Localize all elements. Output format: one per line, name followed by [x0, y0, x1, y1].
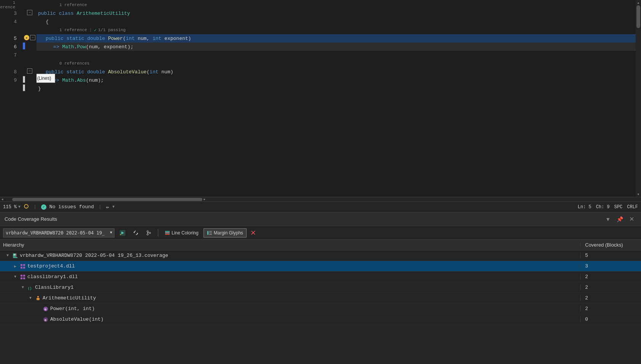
code-line-7: [37, 51, 641, 59]
scroll-down-arrow[interactable]: ▼: [636, 191, 641, 197]
svg-rect-13: [165, 233, 170, 233]
table-row[interactable]: ▶ ⊕ AbsoluteValue(int) 0: [0, 314, 641, 325]
not-covered-tooltip: Not Covered (Lines): [37, 74, 55, 83]
panel-dropdown-btn[interactable]: ▼: [603, 215, 613, 223]
gutter-5[interactable]: ★ −: [23, 33, 37, 42]
gutter-8[interactable]: −: [23, 67, 37, 75]
row-hierarchy-classlibrary1[interactable]: ▼ classlibrary1.dll: [0, 274, 580, 280]
code-line-3: public class ArithemeticUtility: [37, 9, 641, 17]
line-num-6: 6: [0, 43, 20, 51]
line-coloring-btn[interactable]: Line Coloring: [162, 228, 201, 237]
row-hierarchy-power[interactable]: ▶ ⊕ Power(int, int): [0, 306, 580, 312]
row-label-namespace: ClassLibrary1: [35, 285, 73, 290]
row-hierarchy-root[interactable]: ▼ vrbhardw_VRBHARDW8720 2022-05-04 19_26…: [0, 253, 580, 259]
gutter-6: [23, 42, 37, 50]
clear-results-btn[interactable]: ✕: [249, 228, 258, 238]
row-hierarchy-class[interactable]: ▼ ArithemeticUtility: [0, 295, 580, 301]
scroll-thumb[interactable]: [636, 5, 640, 28]
expand-testproject[interactable]: ▶: [12, 263, 18, 269]
panel-close-btn[interactable]: ✕: [627, 215, 636, 223]
refresh-btn[interactable]: [130, 228, 141, 237]
method-uncovered-icon: ⊕: [43, 317, 49, 323]
svg-rect-17: [209, 233, 212, 233]
horiz-thumb[interactable]: [12, 198, 202, 201]
table-row[interactable]: ▼ ArithemeticUtility 2: [0, 293, 641, 304]
svg-rect-31: [23, 277, 25, 279]
code-content: 1 reference public class ArithemeticUtil…: [37, 0, 641, 197]
panel-pin-btn[interactable]: 📌: [614, 215, 625, 223]
table-row[interactable]: ▶ ⊕ Power(int, int) 2: [0, 304, 641, 314]
row-hierarchy-testproject[interactable]: ▶ testproject4.dll: [0, 263, 580, 269]
th-covered: Covered (Blocks): [580, 242, 641, 248]
toolbar-dropdown-icon[interactable]: ▼: [112, 205, 115, 209]
row-label-classlibrary1: classlibrary1.dll: [27, 274, 78, 280]
gutter-close: [23, 84, 37, 92]
expand-root[interactable]: ▼: [5, 253, 11, 259]
svg-rect-25: [23, 264, 25, 266]
namespace-icon: {}: [27, 285, 33, 291]
row-hierarchy-namespace[interactable]: ▼ {} ClassLibrary1: [0, 285, 580, 291]
collapse-icon-8[interactable]: −: [27, 68, 32, 74]
bottom-panel: Code Coverage Results ▼ 📌 ✕ vrbhardw_VRB…: [0, 212, 641, 364]
collapse-icon-3[interactable]: −: [27, 10, 32, 15]
row-hierarchy-absolute[interactable]: ▶ ⊕ AbsoluteValue(int): [0, 317, 580, 323]
status-bar: 115 % ▼ | ✓ No issues found | ✏ ▼ Ln: 5 …: [0, 201, 641, 212]
toolbar-pencil-icon[interactable]: ✏: [106, 204, 109, 210]
lightbulb-icon[interactable]: [24, 204, 29, 210]
table-row[interactable]: ▼ classlibrary1.dll 2: [0, 272, 641, 282]
line-num-8: 8: [0, 68, 20, 76]
coverage-dropdown[interactable]: vrbhardw_VRBHARDW8720 2022-05-04 19_: [3, 228, 115, 237]
ref-label-top: 1 reference: [0, 0, 17, 9]
gutter-4: [23, 17, 37, 25]
table-row[interactable]: ▼ {} ClassLibrary1 2: [0, 282, 641, 293]
row-covered-testproject: 3: [580, 263, 641, 269]
ln-display: Ln: 5: [578, 204, 592, 210]
svg-rect-14: [165, 234, 170, 235]
horiz-scrollbar[interactable]: ◀ ▶: [0, 197, 641, 201]
horiz-left-arrow[interactable]: ◀: [0, 197, 5, 202]
ref-5: 1 reference | ✓ 1/1 passing: [37, 26, 641, 34]
scroll-up-arrow[interactable]: ▲: [636, 0, 641, 5]
svg-text:⊕: ⊕: [44, 318, 47, 322]
svg-point-8: [147, 234, 148, 235]
expand-namespace[interactable]: ▼: [20, 285, 26, 291]
line-num-3: 3: [0, 9, 20, 17]
ref-top: 1 reference: [37, 1, 641, 9]
row-covered-absolute: 0: [580, 317, 641, 322]
coverage-dropdown-wrapper[interactable]: vrbhardw_VRBHARDW8720 2022-05-04 19_ ▼: [3, 228, 115, 237]
zoom-dropdown-arrow[interactable]: ▼: [18, 205, 21, 209]
table-header: Hierarchy Covered (Blocks): [0, 240, 641, 250]
collapse-icon-5[interactable]: −: [30, 35, 35, 40]
row-label-root: vrbhardw_VRBHARDW8720 2022-05-04 19_26_1…: [20, 253, 168, 258]
th-hierarchy: Hierarchy: [0, 242, 580, 248]
expand-class[interactable]: ▼: [27, 295, 33, 301]
margin-gutter: − ★ − −: [23, 0, 37, 197]
issues-text: No issues found: [49, 204, 94, 210]
margin-glyphs-btn[interactable]: Margin Glyphs: [204, 228, 247, 237]
zoom-control[interactable]: 115 % ▼: [3, 204, 21, 210]
code-line-4: {: [37, 17, 641, 26]
svg-rect-16: [209, 231, 212, 232]
panel-header: Code Coverage Results ▼ 📌 ✕: [0, 212, 641, 226]
line-numbers: 1 reference 3 4 5 6 7 8 9: [0, 0, 23, 197]
branch-btn[interactable]: [143, 228, 154, 237]
svg-point-7: [147, 231, 148, 232]
table-row[interactable]: ▶ testproject4.dll 3: [0, 261, 641, 272]
run-coverage-btn[interactable]: [117, 228, 128, 237]
svg-rect-29: [23, 275, 25, 277]
svg-rect-27: [23, 267, 25, 269]
svg-rect-18: [209, 234, 212, 235]
ch-display: Ch: 9: [596, 204, 610, 210]
toolbar-sep-1: [158, 229, 158, 237]
table-row[interactable]: ▼ vrbhardw_VRBHARDW8720 2022-05-04 19_26…: [0, 250, 641, 261]
row-covered-power: 2: [580, 306, 641, 312]
horiz-right-arrow[interactable]: ▶: [202, 197, 207, 202]
editor-area: 1 reference 3 4 5 6 7 8 9 −: [0, 0, 641, 201]
svg-rect-15: [207, 231, 208, 235]
collapse-3[interactable]: −: [23, 8, 37, 17]
code-line-6: => Math . Pow (num, exponent);: [37, 43, 641, 51]
svg-rect-24: [21, 264, 22, 266]
code-line-5: public static double Power ( int num , i…: [37, 34, 641, 43]
expand-classlibrary1[interactable]: ▼: [12, 274, 18, 280]
vertical-scrollbar[interactable]: ▲ ▼: [636, 0, 641, 197]
